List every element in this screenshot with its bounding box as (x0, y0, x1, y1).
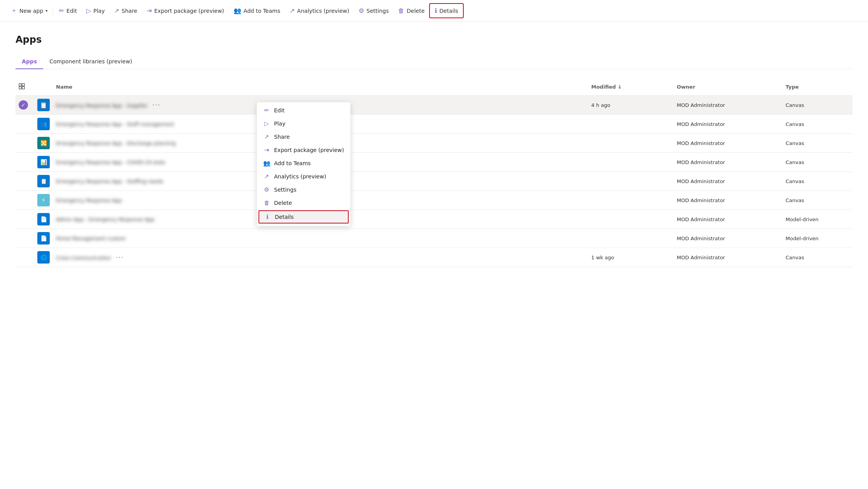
tabs: Apps Component libraries (preview) (16, 54, 852, 69)
row-owner: MOD Administrator (674, 139, 782, 148)
table-row[interactable]: 📊 Emergency Response App - COVID-19 stat… (16, 153, 852, 172)
play-button[interactable]: ▷ Play (82, 4, 110, 17)
add-to-teams-label: Add to Teams (244, 8, 280, 14)
row-type: Canvas (782, 196, 852, 205)
context-menu-share[interactable]: ↗ Share (257, 130, 350, 143)
play-label: Play (93, 8, 105, 14)
share-label: Share (122, 8, 137, 14)
context-menu-delete[interactable]: 🗑 Delete (257, 196, 350, 210)
analytics-icon: ↗ (263, 173, 270, 180)
share-icon: ↗ (114, 7, 119, 14)
row-modified: 1 wk ago (588, 253, 674, 262)
context-menu-analytics[interactable]: ↗ Analytics (preview) (257, 170, 350, 183)
row-icon-cell: 📄 (34, 211, 53, 227)
chevron-down-icon: ▾ (45, 9, 47, 13)
row-type: Canvas (782, 120, 852, 129)
add-to-teams-button[interactable]: 👥 Add to Teams (229, 4, 285, 17)
row-modified (588, 141, 674, 145)
row-icon-cell: 📄 (34, 231, 53, 246)
row-checkbox[interactable] (16, 199, 34, 202)
analytics-icon: ↗ (290, 7, 295, 14)
row-checkbox[interactable] (16, 180, 34, 183)
context-menu: ✏️ Edit ▷ Play ↗ Share ⇥ Export package … (257, 102, 351, 226)
edit-icon: ✏️ (263, 107, 270, 114)
page-title: Apps (16, 34, 852, 45)
row-checkbox[interactable] (16, 161, 34, 164)
context-menu-export[interactable]: ⇥ Export package (preview) (257, 143, 350, 157)
tab-component-libraries[interactable]: Component libraries (preview) (43, 54, 138, 69)
row-checkbox[interactable] (16, 218, 34, 221)
export-button[interactable]: ⇥ Export package (preview) (142, 4, 229, 17)
row-checkbox[interactable] (16, 256, 34, 259)
row-owner: MOD Administrator (674, 196, 782, 205)
analytics-button[interactable]: ↗ Analytics (preview) (285, 4, 354, 17)
info-icon: ℹ (435, 7, 437, 14)
row-type: Canvas (782, 101, 852, 110)
table-row[interactable]: 👥 Emergency Response App - Staff managem… (16, 115, 852, 134)
table-row[interactable]: 🔀 Emergency Response App - Discharge pla… (16, 134, 852, 153)
row-owner: MOD Administrator (674, 215, 782, 224)
tab-apps[interactable]: Apps (16, 54, 43, 69)
row-name: Crisis Communication ··· (53, 251, 588, 264)
app-icon: 📋 (37, 99, 50, 111)
row-owner: MOD Administrator (674, 158, 782, 167)
context-menu-play[interactable]: ▷ Play (257, 117, 350, 130)
details-label: Details (439, 8, 458, 14)
context-menu-settings[interactable]: ⚙ Settings (257, 183, 350, 196)
row-checkbox[interactable] (16, 237, 34, 240)
context-menu-add-to-teams[interactable]: 👥 Add to Teams (257, 157, 350, 170)
plus-icon: ＋ (11, 7, 17, 15)
play-icon: ▷ (86, 7, 91, 14)
row-type: Model-driven (782, 234, 852, 243)
share-button[interactable]: ↗ Share (109, 4, 142, 17)
svg-rect-1 (22, 84, 24, 86)
row-icon-cell: 📊 (34, 154, 53, 170)
row-owner: MOD Administrator (674, 253, 782, 262)
row-type: Canvas (782, 158, 852, 167)
app-icon: 👥 (37, 118, 50, 130)
context-menu-edit[interactable]: ✏️ Edit (257, 104, 350, 117)
table-row[interactable]: 📄 Portal Management custom MOD Administr… (16, 229, 852, 248)
check-icon: ✓ (19, 100, 28, 110)
table-row[interactable]: 📋 Emergency Response App - Staffing need… (16, 172, 852, 191)
col-checkbox (16, 82, 34, 92)
table-row[interactable]: ⚡ Emergency Response App MOD Administrat… (16, 191, 852, 210)
teams-icon: 👥 (263, 160, 270, 167)
more-options-button[interactable]: ··· (149, 100, 164, 110)
svg-rect-3 (22, 87, 24, 89)
table-row[interactable]: 📄 Admin App - Emergency Response App MOD… (16, 210, 852, 229)
row-checkbox[interactable] (16, 122, 34, 126)
table-row[interactable]: ✓ 📋 Emergency Response App - Supplier ··… (16, 96, 852, 115)
row-checkbox[interactable] (16, 141, 34, 145)
play-icon: ▷ (263, 120, 270, 127)
delete-button[interactable]: 🗑 Delete (393, 4, 429, 17)
col-name[interactable]: Name (53, 82, 588, 91)
row-modified (588, 218, 674, 221)
row-checkbox[interactable]: ✓ (16, 99, 34, 111)
toolbar-divider-1 (53, 6, 53, 16)
table-row[interactable]: 🌐 Crisis Communication ··· 1 wk ago MOD … (16, 248, 852, 267)
row-modified: 4 h ago (588, 101, 674, 110)
row-owner: MOD Administrator (674, 101, 782, 110)
row-type: Canvas (782, 139, 852, 148)
page-content: Apps Apps Component libraries (preview) … (0, 22, 868, 279)
row-icon-cell: 📋 (34, 173, 53, 189)
row-owner: MOD Administrator (674, 177, 782, 186)
app-icon: 🔀 (37, 137, 50, 149)
context-menu-details[interactable]: ℹ Details (258, 210, 349, 224)
row-type: Canvas (782, 253, 852, 262)
row-modified (588, 161, 674, 164)
edit-label: Edit (66, 8, 77, 14)
new-app-label: New app (19, 8, 43, 14)
settings-button[interactable]: ⚙ Settings (354, 4, 394, 17)
teams-icon: 👥 (234, 7, 241, 14)
gear-icon: ⚙ (263, 186, 270, 193)
more-options-button[interactable]: ··· (113, 252, 127, 263)
edit-button[interactable]: ✏️ Edit (54, 4, 82, 17)
col-modified[interactable]: Modified ↓ (588, 82, 674, 91)
details-button[interactable]: ℹ Details (429, 3, 464, 18)
row-owner: MOD Administrator (674, 120, 782, 129)
analytics-label: Analytics (preview) (297, 8, 349, 14)
settings-label: Settings (367, 8, 389, 14)
new-app-button[interactable]: ＋ New app ▾ (6, 3, 52, 18)
